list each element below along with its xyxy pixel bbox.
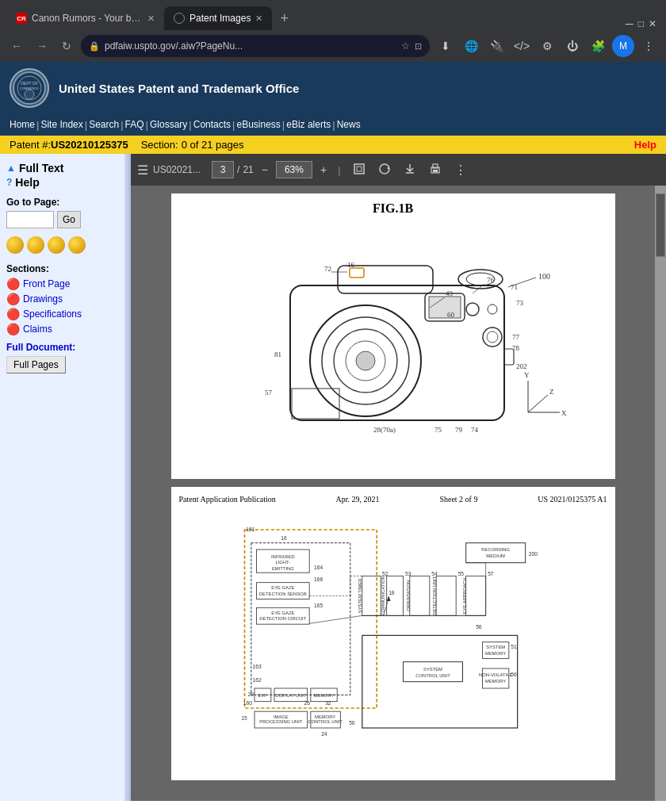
circle-btn-3[interactable] <box>48 236 65 254</box>
svg-text:200: 200 <box>528 551 537 557</box>
svg-text:MEMORY: MEMORY <box>313 693 334 698</box>
pdf-page-1: FIG.1B <box>171 193 615 479</box>
pages-info: 0 of 21 pages <box>182 139 244 151</box>
nav-contacts[interactable]: Contacts <box>193 119 231 131</box>
svg-rect-22 <box>429 297 461 318</box>
pdf-page-2: Patent Application Publication Apr. 29, … <box>171 487 615 780</box>
svg-point-20 <box>356 351 375 370</box>
tab-favicon-2 <box>174 13 185 24</box>
addon-icon-2[interactable]: ⚙ <box>536 35 558 57</box>
addon-icon-1[interactable]: 🔌 <box>485 35 507 57</box>
pdf-menu-button[interactable]: ☰ <box>137 163 148 178</box>
more-options-button[interactable]: ⋮ <box>450 161 471 179</box>
section-claims[interactable]: 🔴 Claims <box>6 323 124 335</box>
section-front-page[interactable]: 🔴 Front Page <box>6 278 124 290</box>
full-doc-label: Full Document: <box>6 342 124 353</box>
nav-faq[interactable]: FAQ <box>125 119 144 131</box>
pub-sheet: Sheet 2 of 9 <box>439 495 477 504</box>
forward-button[interactable]: → <box>32 36 52 56</box>
zoom-in-button[interactable]: + <box>317 162 330 178</box>
svg-text:EYE GAZE: EYE GAZE <box>271 585 294 590</box>
svg-text:COMMUNICATION: COMMUNICATION <box>381 576 385 615</box>
back-button[interactable]: ← <box>6 36 27 56</box>
pdf-viewer: ☰ US02021... / 21 − 63% + | <box>131 154 666 801</box>
svg-text:DETECTION SENSOR: DETECTION SENSOR <box>258 592 306 596</box>
zoom-out-button[interactable]: − <box>258 162 271 178</box>
svg-text:CONTROL UNIT: CONTROL UNIT <box>415 673 450 678</box>
nav-site-index[interactable]: Site Index <box>40 119 82 131</box>
tab-canon-rumors[interactable]: CR Canon Rumors - Your best sou... ✕ <box>6 6 164 30</box>
svg-text:60: 60 <box>447 311 455 319</box>
maximize-button[interactable]: □ <box>638 18 644 29</box>
sections-label: Sections: <box>6 263 124 274</box>
svg-text:15: 15 <box>241 715 247 721</box>
svg-text:43: 43 <box>446 289 454 297</box>
tab-patent-images[interactable]: Patent Images ✕ <box>164 6 272 30</box>
uspto-seal: DEPT OF COMMERCE <box>10 68 49 108</box>
page-separator: / <box>237 164 239 175</box>
svg-text:MEMORY: MEMORY <box>485 651 506 656</box>
nav-news[interactable]: News <box>337 119 361 131</box>
zoom-level: 63% <box>276 161 312 178</box>
svg-marker-132 <box>386 596 390 601</box>
uspto-header: DEPT OF COMMERCE United States Patent an… <box>0 62 666 114</box>
svg-text:53: 53 <box>405 571 411 576</box>
svg-text:RECORDING: RECORDING <box>481 547 510 552</box>
svg-point-25 <box>483 327 502 347</box>
svg-text:51: 51 <box>511 644 517 649</box>
full-pages-button[interactable]: Full Pages <box>6 356 66 373</box>
close-button[interactable]: ✕ <box>649 18 656 29</box>
svg-text:ORIENTATION: ORIENTATION <box>405 580 410 611</box>
svg-text:LIGHT-: LIGHT- <box>275 560 290 565</box>
bullet-icon-1: 🔴 <box>6 278 20 290</box>
download-button[interactable] <box>400 161 420 179</box>
nav-home[interactable]: Home <box>10 119 35 131</box>
profile-icon[interactable]: M <box>612 35 634 57</box>
goto-button[interactable]: Go <box>57 211 81 228</box>
svg-rect-13 <box>338 266 433 293</box>
circle-btn-4[interactable] <box>68 236 86 254</box>
svg-rect-93 <box>436 576 456 615</box>
section-link-specifications[interactable]: Specifications <box>23 308 82 320</box>
nav-ebusiness[interactable]: eBusiness <box>236 119 280 131</box>
scrollbar[interactable] <box>655 186 666 801</box>
section-drawings[interactable]: 🔴 Drawings <box>6 293 124 305</box>
print-button[interactable] <box>425 161 446 179</box>
tab-close-2[interactable]: ✕ <box>255 13 262 24</box>
rotate-button[interactable] <box>374 161 395 179</box>
devtools-icon[interactable]: </> <box>511 35 533 57</box>
extensions-button[interactable]: ⬇ <box>434 35 457 57</box>
nav-search[interactable]: Search <box>89 119 119 131</box>
menu-button[interactable]: ⋮ <box>637 35 660 57</box>
svg-line-127 <box>309 615 362 623</box>
sync-icon[interactable]: 🌐 <box>460 35 482 57</box>
tab-bar: CR Canon Rumors - Your best sou... ✕ Pat… <box>0 0 666 30</box>
screenshot-icon[interactable]: ⊡ <box>415 41 422 52</box>
tab-close-1[interactable]: ✕ <box>147 13 155 24</box>
circle-btn-2[interactable] <box>27 236 44 254</box>
scrollbar-thumb[interactable] <box>656 193 665 257</box>
patent-number: US20210125375 <box>51 139 128 151</box>
new-tab-button[interactable]: + <box>275 7 293 30</box>
page-number-input[interactable] <box>212 161 234 178</box>
section-specifications[interactable]: 🔴 Specifications <box>6 308 124 320</box>
reload-button[interactable]: ↻ <box>57 36 76 56</box>
minimize-button[interactable]: ─ <box>626 17 633 30</box>
circle-btn-1[interactable] <box>6 236 24 254</box>
address-bar[interactable]: 🔒 pdfaiw.uspto.gov/.aiw?PageNu... ☆ ⊡ <box>81 35 430 57</box>
section-link-front-page[interactable]: Front Page <box>23 278 70 289</box>
pub-label: Patent Application Publication <box>179 495 276 504</box>
section-link-claims[interactable]: Claims <box>23 324 52 335</box>
puzzle-icon[interactable]: 🧩 <box>587 35 609 57</box>
nav-glossary[interactable]: Glossary <box>150 119 187 131</box>
power-icon[interactable]: ⏻ <box>561 35 584 57</box>
fit-page-button[interactable] <box>349 161 369 179</box>
section-link-drawings[interactable]: Drawings <box>23 293 63 304</box>
pdf-pages[interactable]: FIG.1B <box>131 186 655 801</box>
svg-text:18: 18 <box>388 590 395 596</box>
bookmark-icon[interactable]: ☆ <box>401 40 410 52</box>
goto-input[interactable] <box>6 211 54 228</box>
help-link[interactable]: Help <box>634 139 656 151</box>
nav-ebiz-alerts[interactable]: eBiz alerts <box>286 119 331 131</box>
nav-bar: ← → ↻ 🔒 pdfaiw.uspto.gov/.aiw?PageNu... … <box>0 30 666 62</box>
